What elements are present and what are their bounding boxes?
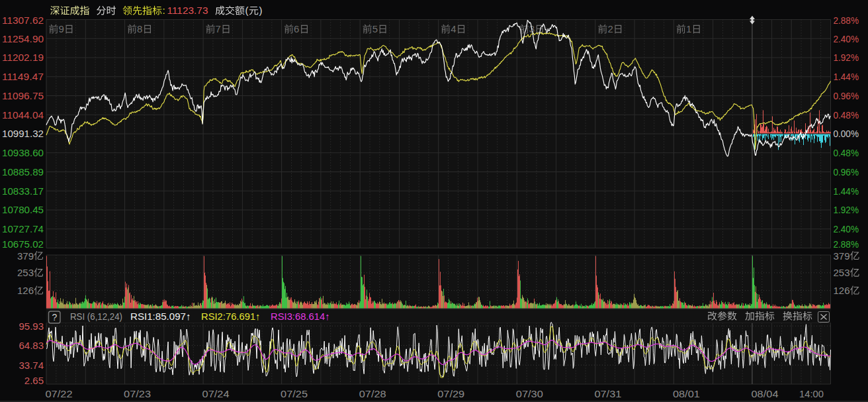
svg-text:10727.74: 10727.74 [2, 223, 44, 234]
svg-text:14:00: 14:00 [799, 388, 824, 399]
svg-text:RSI1:85.097↑: RSI1:85.097↑ [130, 311, 191, 322]
svg-text:64.83: 64.83 [19, 340, 44, 351]
svg-text:33.74: 33.74 [19, 360, 44, 371]
svg-text:126: 126 [834, 285, 850, 296]
svg-text:0.48%: 0.48% [834, 109, 859, 121]
svg-text:2.88%: 2.88% [834, 238, 859, 250]
svg-text:10885.89: 10885.89 [2, 166, 44, 177]
svg-text:9: 9 [59, 23, 64, 34]
svg-text:2.40%: 2.40% [834, 33, 859, 44]
svg-text:10991.32: 10991.32 [2, 128, 44, 139]
svg-text:07/25: 07/25 [281, 388, 308, 399]
svg-text:07/30: 07/30 [516, 388, 543, 399]
svg-text:2.88%: 2.88% [834, 15, 859, 26]
svg-text:07/23: 07/23 [124, 388, 151, 399]
svg-text:(: ( [245, 5, 249, 16]
svg-text:1.44%: 1.44% [834, 71, 859, 82]
svg-text:?: ? [52, 312, 57, 323]
svg-text:8: 8 [137, 23, 142, 34]
svg-text:11123.73: 11123.73 [167, 5, 208, 16]
svg-text:2.40%: 2.40% [834, 223, 859, 234]
svg-text:RSI (6,12,24): RSI (6,12,24) [70, 311, 122, 322]
svg-text:): ) [259, 5, 263, 16]
svg-text:126: 126 [17, 285, 34, 296]
svg-text::: : [163, 5, 165, 16]
svg-text:1: 1 [686, 23, 691, 34]
svg-text:253: 253 [17, 267, 34, 278]
svg-text:1.92%: 1.92% [834, 204, 859, 215]
svg-text:07/22: 07/22 [46, 388, 73, 399]
svg-text:5: 5 [372, 23, 378, 34]
svg-text:07/29: 07/29 [437, 388, 464, 399]
svg-text:07/28: 07/28 [359, 388, 386, 399]
svg-text:10938.60: 10938.60 [2, 147, 44, 158]
svg-text:1.92%: 1.92% [834, 52, 859, 63]
svg-text:11149.47: 11149.47 [2, 71, 44, 82]
svg-text:RSI3:68.614↑: RSI3:68.614↑ [271, 311, 330, 322]
svg-text:08/01: 08/01 [673, 388, 700, 399]
svg-text:11096.75: 11096.75 [2, 90, 44, 101]
svg-text:2.65: 2.65 [24, 375, 44, 386]
svg-text:10833.17: 10833.17 [2, 185, 44, 197]
svg-text:379: 379 [17, 250, 34, 262]
svg-text:0.96%: 0.96% [834, 166, 859, 177]
svg-text:11254.90: 11254.90 [2, 33, 44, 44]
svg-text:07/24: 07/24 [202, 388, 230, 399]
svg-text:0.00%: 0.00% [834, 128, 859, 139]
svg-text:379: 379 [834, 250, 850, 262]
svg-text:08/04: 08/04 [752, 388, 779, 399]
svg-text:11044.04: 11044.04 [2, 109, 44, 121]
svg-text:10675.02: 10675.02 [2, 238, 44, 250]
svg-text:95.93: 95.93 [19, 321, 44, 332]
svg-text:07/31: 07/31 [594, 388, 621, 399]
svg-text:2: 2 [607, 23, 613, 34]
svg-text:RSI2:76.691↑: RSI2:76.691↑ [201, 311, 261, 322]
svg-text:11202.19: 11202.19 [2, 52, 44, 63]
svg-text:10780.45: 10780.45 [2, 204, 44, 215]
svg-text:253: 253 [834, 267, 850, 278]
svg-text:11307.62: 11307.62 [2, 15, 44, 26]
svg-text:6: 6 [294, 23, 299, 34]
svg-text:1.44%: 1.44% [834, 185, 859, 197]
svg-text:4: 4 [451, 23, 456, 34]
svg-text:0.96%: 0.96% [834, 90, 859, 101]
svg-text:7: 7 [216, 23, 221, 34]
svg-text:0.48%: 0.48% [834, 147, 859, 158]
